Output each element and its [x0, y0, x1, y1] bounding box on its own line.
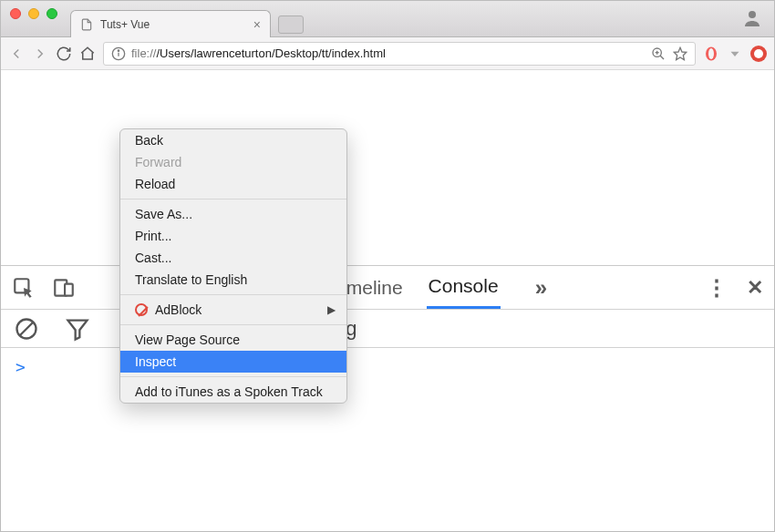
home-icon[interactable] — [79, 46, 96, 62]
svg-point-0 — [749, 11, 756, 18]
toolbar: file:///Users/lawrenceturton/Desktop/tt/… — [1, 37, 774, 70]
devtools-menu-icon[interactable]: ⋮ — [706, 275, 728, 301]
svg-point-3 — [118, 50, 119, 51]
menu-cast[interactable]: Cast... — [120, 247, 346, 269]
tab-strip: Tuts+ Vue × — [70, 1, 304, 37]
svg-line-7 — [660, 56, 664, 59]
menu-inspect[interactable]: Inspect — [120, 351, 346, 373]
menu-separator — [120, 294, 346, 295]
chevron-down-icon[interactable] — [727, 46, 743, 62]
adblock-icon — [135, 303, 148, 316]
menu-separator — [120, 199, 346, 200]
svg-marker-11 — [731, 51, 739, 56]
devtools-panel: Timeline Console » ⋮ ✕ og > — [1, 265, 774, 531]
svg-marker-8 — [674, 47, 686, 59]
tab-console[interactable]: Console — [427, 266, 501, 309]
profile-icon[interactable] — [741, 7, 763, 29]
submenu-arrow-icon: ▶ — [327, 303, 336, 316]
tab-title: Tuts+ Vue — [100, 18, 150, 31]
device-toggle-icon[interactable] — [52, 276, 76, 300]
devtools-close-icon[interactable]: ✕ — [747, 276, 763, 300]
svg-line-17 — [20, 322, 33, 335]
menu-adblock[interactable]: AdBlock ▶ — [120, 299, 346, 321]
filter-icon[interactable] — [65, 316, 90, 342]
console-prompt: > — [16, 357, 26, 376]
info-icon[interactable] — [111, 46, 126, 61]
file-icon — [80, 18, 93, 31]
reload-icon[interactable] — [56, 46, 72, 62]
extension-icons — [703, 46, 767, 62]
close-window-button[interactable] — [10, 8, 21, 19]
menu-back[interactable]: Back — [120, 129, 346, 151]
menu-separator — [120, 324, 346, 325]
menu-translate[interactable]: Translate to English — [120, 269, 346, 291]
devtools-header: Timeline Console » ⋮ ✕ — [1, 266, 774, 310]
opera-extension-icon[interactable] — [703, 46, 719, 62]
console-toolbar: og — [1, 310, 774, 348]
menu-view-source[interactable]: View Page Source — [120, 329, 346, 351]
menu-adblock-label: AdBlock — [155, 302, 202, 317]
more-tabs-icon[interactable]: » — [535, 275, 547, 301]
zoom-icon[interactable] — [651, 46, 666, 61]
menu-separator — [120, 376, 346, 377]
close-tab-icon[interactable]: × — [253, 17, 261, 32]
devtools-tabs: Timeline Console » — [329, 266, 547, 309]
menu-reload[interactable]: Reload — [120, 173, 346, 195]
browser-tab[interactable]: Tuts+ Vue × — [70, 10, 271, 37]
console-body[interactable]: > — [1, 348, 774, 385]
bookmark-star-icon[interactable] — [673, 46, 687, 61]
svg-point-10 — [708, 48, 714, 59]
titlebar: Tuts+ Vue × — [1, 1, 774, 37]
menu-forward: Forward — [120, 151, 346, 173]
menu-save-as[interactable]: Save As... — [120, 203, 346, 225]
svg-point-12 — [754, 49, 763, 58]
context-menu: Back Forward Reload Save As... Print... … — [119, 128, 347, 404]
svg-marker-18 — [68, 320, 88, 339]
clear-console-icon[interactable] — [14, 316, 39, 342]
forward-icon[interactable] — [32, 46, 48, 62]
menu-print[interactable]: Print... — [120, 225, 346, 247]
menu-itunes[interactable]: Add to iTunes as a Spoken Track — [120, 381, 346, 403]
inspect-element-icon[interactable] — [12, 276, 36, 300]
back-icon[interactable] — [8, 46, 25, 62]
octotree-extension-icon[interactable] — [750, 46, 767, 62]
minimize-window-button[interactable] — [28, 8, 39, 19]
new-tab-button[interactable] — [278, 15, 304, 34]
url-text: file:///Users/lawrenceturton/Desktop/tt/… — [131, 46, 386, 60]
maximize-window-button[interactable] — [46, 8, 57, 19]
window-controls — [1, 1, 67, 19]
svg-rect-15 — [65, 283, 73, 295]
address-bar[interactable]: file:///Users/lawrenceturton/Desktop/tt/… — [103, 42, 696, 66]
